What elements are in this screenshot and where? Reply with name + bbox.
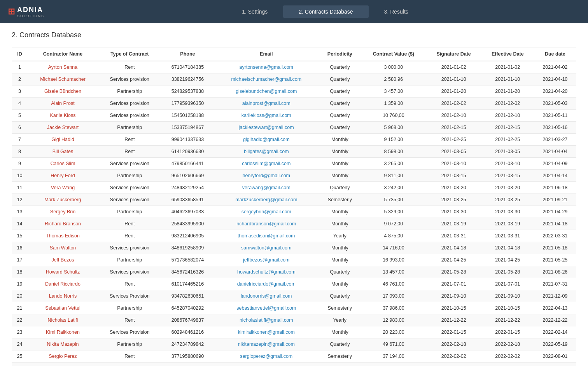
email-cell: sergeybrin@gmail.com [214,206,318,218]
email-cell: markzuckerberg@gmail.com [214,194,318,206]
table-cell: 2021-09-21 [534,194,576,206]
table-cell: Services provision [98,110,161,122]
table-cell: Rent [98,134,161,146]
email-cell: carlosslim@gmail.com [214,158,318,170]
table-cell: Semesterly [318,302,361,314]
table-cell: 2021-03-19 [481,218,534,230]
table-row: 19Daniel RicciardoRent610174465216daniel… [12,278,576,290]
table-cell: 602948461216 [161,326,214,338]
table-cell: 3 242,00 [361,182,426,194]
email-cell: verawang@gmail.com [214,182,318,194]
column-header: Type of Contract [98,47,161,61]
column-header: ID [12,47,28,61]
table-cell: 2021-06-18 [534,182,576,194]
table-body: 1Ayrton SennaRent671047184385ayrtonsenna… [12,61,576,366]
contractor-name: Vera Wang [28,182,98,194]
table-cell: 2021-03-05 [481,146,534,158]
table-cell: Monthly [318,254,361,266]
contractor-name: Lando Norris [28,290,98,302]
table-cell: 2021-02-02 [481,98,534,110]
app-header: ⊞ ADNIA SOLUTIONS 1. Settings 2. Contrac… [0,0,588,23]
header-row: IDContractor NameType of ContractPhoneEm… [12,47,576,61]
column-header: Periodicity [318,47,361,61]
table-wrapper: IDContractor NameType of ContractPhoneEm… [12,47,576,366]
table-cell: 20 [12,290,28,302]
table-cell: 709386735809 [161,363,214,366]
table-cell: 2021-03-25 [481,194,534,206]
table-cell: 2021-10-15 [481,302,534,314]
column-header: Contractor Name [28,47,98,61]
table-cell: 845672416326 [161,266,214,278]
table-row: 21Sebastian VettelPartnership64528704029… [12,302,576,314]
table-cell: 2021-02-25 [426,134,481,146]
table-cell: Semesterly [318,194,361,206]
table-cell: 2021-04-29 [534,206,576,218]
email-cell: jeffbezos@gmail.com [214,254,318,266]
table-cell: Partnership [98,122,161,134]
contractor-name: Thomas Edison [28,230,98,242]
email-cell: michaelschumacher@gmail.com [214,73,318,85]
table-cell: 17 [12,254,28,266]
table-row: 4Alain ProstServices provision1779593963… [12,98,576,110]
table-cell: 4 [12,98,28,110]
email-cell: gigihadid@gmail.com [214,134,318,146]
tab-settings[interactable]: 1. Settings [226,5,283,18]
table-cell: 16 [12,242,28,254]
table-cell: Partnership [98,85,161,98]
table-cell: Quarterly [318,290,361,302]
table-cell: Monthly [318,326,361,338]
table-cell: 2022-01-15 [426,326,481,338]
table-row: 23Kimi RaikkonenServices Provision602948… [12,326,576,338]
table-cell: Quarterly [318,266,361,278]
table-cell: 2021-03-19 [426,218,481,230]
table-cell: 2021-04-25 [481,254,534,266]
table-cell: 5 968,00 [361,122,426,134]
table-cell: 2021-05-16 [534,122,576,134]
table-cell: 5 329,00 [361,206,426,218]
table-cell: 2021-02-25 [481,134,534,146]
table-cell: 2022-04-13 [481,363,534,366]
contractor-name: Carlos Slim [28,158,98,170]
table-row: 3Gisele BündchenPartnership524829537838g… [12,85,576,98]
table-cell: 21 [12,302,28,314]
table-cell: Monthly [318,278,361,290]
table-cell: 2021-03-30 [481,206,534,218]
table-row: 18Howard SchultzServices provision845672… [12,266,576,278]
table-cell: Services provision [98,242,161,254]
table-cell: 2021-04-04 [534,146,576,158]
table-row: 11Vera WangServices provision24843212925… [12,182,576,194]
table-cell: 2021-04-25 [426,254,481,266]
email-cell: billgates@gmail.com [214,146,318,158]
email-cell: giselebundchen@gmail.com [214,85,318,98]
table-cell: 2021-12-09 [534,290,576,302]
table-cell: Yearly [318,230,361,242]
table-cell: 154501258188 [161,110,214,122]
table-cell: 11 [12,182,28,194]
table-cell: Services provision [98,158,161,170]
table-row: 26Pierre GaslyServices provision70938673… [12,363,576,366]
table-cell: 2021-04-18 [481,242,534,254]
table-cell: 1 [12,61,28,73]
table-cell: 15 033,00 [361,363,426,366]
table-cell: 2021-05-28 [481,266,534,278]
tab-contracts[interactable]: 2. Contracts Database [283,5,368,18]
table-cell: 6 [12,122,28,134]
table-cell: 2021-04-09 [534,158,576,170]
table-cell: 18 [12,266,28,278]
table-cell: 8 598,00 [361,146,426,158]
table-cell: 524829537838 [161,85,214,98]
table-row: 14Richard BransonRent258433995900richard… [12,218,576,230]
contractor-name: Jeff Bezos [28,254,98,266]
table-cell: 2021-01-02 [426,61,481,73]
table-cell: 2022-02-18 [426,338,481,350]
table-cell: 2022-08-01 [534,350,576,363]
contractor-name: Howard Schultz [28,266,98,278]
column-header: Due date [534,47,576,61]
table-row: 8Bill GatesRent614120936630billgates@gma… [12,146,576,158]
logo-name: ADNIA [17,6,44,14]
table-cell: 10 [12,170,28,182]
column-header: Signature Date [426,47,481,61]
table-cell: Monthly [318,206,361,218]
table-cell: 2021-07-01 [481,278,534,290]
tab-results[interactable]: 3. Results [369,5,424,18]
